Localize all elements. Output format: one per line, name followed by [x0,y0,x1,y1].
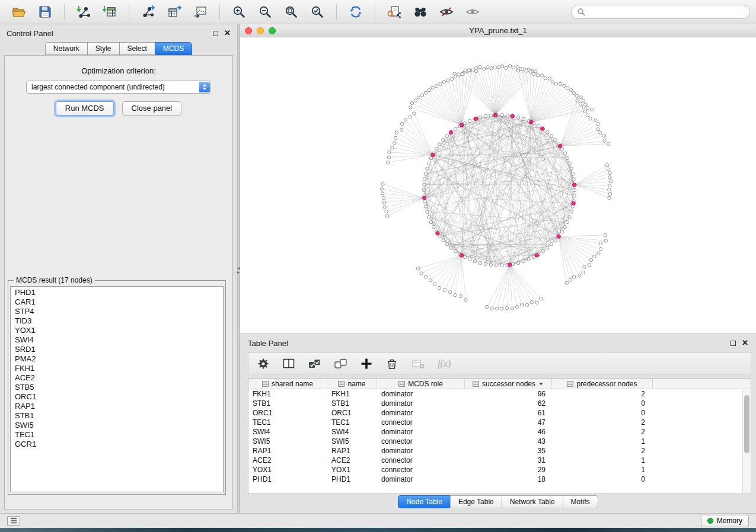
select-all-button[interactable] [308,357,321,370]
close-panel-button[interactable]: Close panel [122,101,182,116]
table-cell: SWI5 [248,437,327,446]
show-columns-button[interactable] [282,357,295,370]
mcds-result-item[interactable]: SWI5 [15,421,223,430]
window-maximize-button[interactable] [269,27,276,34]
table-row[interactable]: SWI5SWI5connector431 [248,437,751,446]
eye-slash-icon [439,4,454,20]
mcds-result-item[interactable]: PHD1 [15,288,223,297]
float-table-panel-button[interactable] [731,341,736,346]
mcds-result-item[interactable]: SRD1 [15,345,223,354]
hide-details-button[interactable] [438,3,455,21]
table-cell: RAP1 [327,447,377,455]
apply-layout-button[interactable] [347,3,365,21]
delete-table-button-disabled[interactable] [411,357,425,370]
optimization-criterion-select[interactable]: largest connected component (undirected) [26,81,211,94]
table-settings-button[interactable] [257,357,270,370]
column-header-successor-nodes[interactable]: successor nodes [465,379,552,389]
table-cell: 2 [552,428,653,436]
zoom-selected-button[interactable] [308,3,326,21]
network-view[interactable] [240,37,756,334]
zoom-in-icon [231,4,247,20]
clone-network-button[interactable] [385,3,403,21]
mcds-result-item[interactable]: TEC1 [15,430,223,440]
zoom-in-button[interactable] [230,3,248,21]
search-network-button[interactable] [412,3,429,21]
function-builder-button-disabled[interactable]: f(x) [438,358,451,369]
mcds-result-item[interactable]: FKH1 [15,364,223,373]
status-menu-button[interactable] [7,516,20,526]
tab-style[interactable]: Style [87,42,120,55]
export-table-button[interactable] [165,3,183,21]
table-cell: 46 [465,428,552,436]
export-network-button[interactable] [139,3,157,21]
zoom-out-button[interactable] [256,3,274,21]
mcds-result-item[interactable]: YOX1 [15,326,223,335]
show-details-button[interactable] [464,3,481,21]
mcds-result-item[interactable]: STB1 [15,411,223,421]
mcds-result-item[interactable]: TID3 [15,316,223,326]
mcds-result-item[interactable]: STB5 [15,383,223,392]
window-minimize-button[interactable] [257,27,264,34]
table-row[interactable]: RAP1RAP1dominator352 [248,446,751,456]
memory-button[interactable]: Memory [701,515,749,527]
window-close-button[interactable] [245,27,252,34]
table-row[interactable]: ORC1ORC1dominator610 [248,408,751,418]
tab-network[interactable]: Network [45,42,88,55]
mcds-result-item[interactable]: GCR1 [15,440,223,449]
table-row[interactable]: TEC1TEC1connector472 [248,418,751,427]
tab-select[interactable]: Select [119,42,155,55]
table-cell: 47 [465,418,552,427]
column-header-predecessor-nodes[interactable]: predecessor nodes [552,379,653,389]
table-scrollbar[interactable] [742,390,750,493]
tab-mcds[interactable]: MCDS [155,42,192,55]
table-row[interactable]: ACE2ACE2connector311 [248,456,751,465]
table-toolbar: f(x) [248,352,751,374]
import-table-button[interactable] [101,3,119,21]
column-header-name[interactable]: name [327,379,377,389]
tab-node-table[interactable]: Node Table [398,495,451,508]
mcds-result-list[interactable]: PHD1CAR1STP4TID3YOX1SWI4SRD1PMA2FKH1ACE2… [10,286,224,492]
document-share-icon [387,4,402,20]
close-table-panel-button[interactable]: ✕ [742,339,748,347]
delete-column-button[interactable] [385,357,398,370]
control-panel-tabs: Network Style Select MCDS [0,42,237,55]
close-control-panel-button[interactable]: ✕ [224,30,231,37]
search-icon [577,8,585,16]
control-panel: Control Panel ✕ Network Style Select MCD… [0,24,237,513]
scrollbar-thumb[interactable] [744,395,749,453]
column-sort-icon [398,381,405,387]
mcds-result-item[interactable]: RAP1 [15,402,223,411]
table-row[interactable]: PHD1PHD1dominator180 [248,475,751,484]
table-cell: dominator [377,475,465,483]
optimization-criterion-label: Optimization criterion: [5,66,232,75]
table-row[interactable]: SWI4SWI4dominator462 [248,427,751,437]
table-row[interactable]: FKH1FKH1dominator962 [248,389,751,399]
table-cell: 1 [552,437,653,446]
table-row[interactable]: STB1STB1dominator620 [248,399,751,408]
column-sort-icon [262,381,269,387]
columns-icon [282,357,295,370]
column-header-mcds-role[interactable]: MCDS role [377,379,465,389]
table-row[interactable]: YOX1YOX1connector291 [248,465,751,475]
table-cell: 1 [552,456,653,464]
run-mcds-button[interactable]: Run MCDS [56,101,114,116]
search-input[interactable] [589,7,744,17]
import-network-button[interactable] [75,3,92,21]
tab-edge-table[interactable]: Edge Table [450,495,502,508]
tab-network-table[interactable]: Network Table [502,495,563,508]
mcds-result-item[interactable]: SWI4 [15,335,223,345]
deselect-all-button[interactable] [334,357,347,370]
mcds-result-item[interactable]: PMA2 [15,354,223,364]
column-header-shared-name[interactable]: shared name [248,379,327,389]
mcds-result-item[interactable]: CAR1 [15,297,223,307]
mcds-result-item[interactable]: ORC1 [15,392,223,402]
mcds-result-item[interactable]: STP4 [15,307,223,316]
export-image-button[interactable] [192,3,209,21]
tab-motifs[interactable]: Motifs [563,495,598,508]
open-file-button[interactable] [10,3,28,21]
create-column-button[interactable] [360,357,373,370]
save-session-button[interactable] [36,3,54,21]
float-panel-button[interactable] [213,31,218,36]
zoom-fit-button[interactable] [282,3,300,21]
mcds-result-item[interactable]: ACE2 [15,373,223,383]
